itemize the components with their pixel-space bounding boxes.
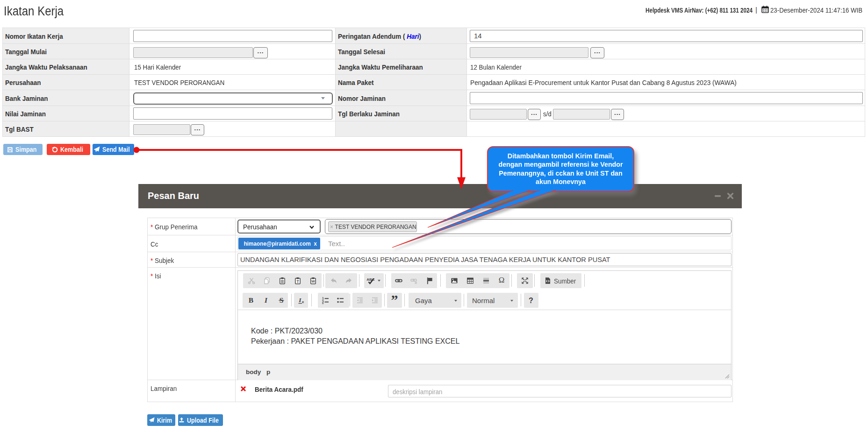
svg-text:B: B — [249, 297, 253, 304]
svg-text:I: I — [298, 297, 301, 304]
svg-text:?: ? — [529, 297, 533, 304]
svg-text:1: 1 — [322, 297, 324, 300]
svg-text:2: 2 — [322, 300, 324, 304]
svg-text:I: I — [264, 297, 268, 304]
svg-text:Ω: Ω — [499, 276, 505, 283]
svg-text:W: W — [311, 279, 315, 283]
svg-text:”: ” — [391, 296, 398, 306]
svg-text:x: x — [302, 300, 304, 304]
svg-text:T: T — [296, 279, 299, 284]
